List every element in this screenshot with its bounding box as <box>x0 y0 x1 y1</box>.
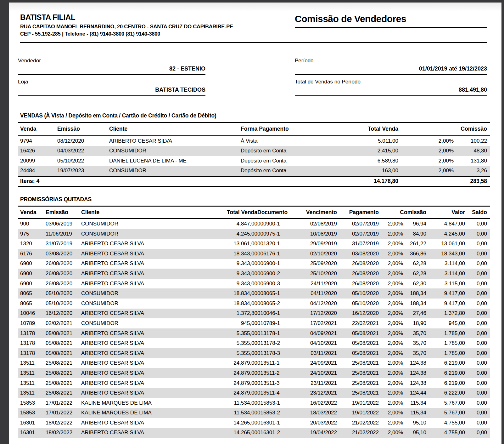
cell-pagamento: 05/08/2021 <box>337 340 379 346</box>
cell-emissao: 08/12/2020 <box>57 138 109 144</box>
cell-total-venda: 11.534,00 <box>165 410 257 416</box>
vendas-table-row: 24484 19/07/2023 CONSUMIDOR Depósito em … <box>18 166 490 176</box>
vendas-col-comissao: Comissão <box>398 126 487 132</box>
promissorias-table-row: 13178 05/08/2021 ARIBERTO CESAR SILVA 5.… <box>18 328 490 339</box>
cell-vencimento: 20/03/2022 <box>295 420 337 426</box>
cell-vencimento: 24/09/2021 <box>295 360 337 366</box>
cell-total-venda: 24.879,00 <box>165 390 257 396</box>
promissorias-table-row: 900 03/06/2019 CONSUMIDOR 4.847,00 00090… <box>18 219 490 229</box>
cell-total-venda: 1.372,80 <box>165 310 257 316</box>
field-vendedor-value: 82 - ESTENIO <box>18 65 205 75</box>
cell-documento: 013511-2 <box>257 370 295 376</box>
cell-venda: 15853 <box>20 400 46 406</box>
cell-total-venda: 4.847,00 <box>165 221 257 227</box>
cell-valor: 4.755,00 <box>426 430 465 436</box>
cell-valor: 6.219,00 <box>426 380 465 386</box>
prom-col-documento: Documento <box>257 209 295 216</box>
promissorias-table-row: 16301 18/02/2022 ARIBERTO CESAR SILVA 14… <box>18 428 490 438</box>
company-address-line1: RUA CAPITAO MANOEL BERNARDINO, 20 CENTRO… <box>20 23 233 30</box>
cell-emissao: 26/08/2020 <box>46 281 81 287</box>
cell-pagamento: 05/10/2020 <box>337 300 379 307</box>
promissorias-section-title: PROMISSÓRIAS QUITADAS <box>20 196 487 203</box>
cell-vencimento: 25/10/2020 <box>295 270 337 277</box>
cell-pagamento: 31/07/2019 <box>337 241 379 247</box>
cell-cliente: CONSUMIDOR <box>81 320 165 327</box>
cell-saldo: 0,00 <box>465 390 487 396</box>
cell-saldo: 0,00 <box>465 330 487 337</box>
cell-documento: 013511-1 <box>257 360 295 366</box>
cell-emissao: 18/02/2022 <box>46 420 81 426</box>
cell-venda: 20099 <box>20 158 57 164</box>
cell-total-venda: 24.879,00 <box>165 380 257 386</box>
cell-pagamento: 19/01/2022 <box>337 400 379 406</box>
cell-emissao: 05/08/2021 <box>46 330 81 337</box>
cell-valor: 3.114,00 <box>426 270 465 277</box>
cell-cliente: ARIBERTO CESAR SILVA <box>81 360 165 366</box>
promissorias-table-row: 13511 25/08/2021 ARIBERTO CESAR SILVA 24… <box>18 388 490 398</box>
cell-cliente: CONSUMIDOR <box>81 300 165 307</box>
cell-valor: 4.755,00 <box>426 420 465 426</box>
promissorias-table-row: 6900 26/08/2020 ARIBERTO CESAR SILVA 9.3… <box>18 259 490 269</box>
cell-comissao-valor: 131,80 <box>454 158 487 164</box>
cell-emissao: 25/08/2021 <box>46 360 81 366</box>
cell-pagamento: 22/02/2021 <box>337 320 379 327</box>
cell-cliente: ARIBERTO CESAR SILVA <box>81 430 165 436</box>
cell-saldo: 0,00 <box>465 370 487 376</box>
cell-saldo: 0,00 <box>465 420 487 426</box>
report-page: BATISTA FILIAL RUA CAPITAO MANOEL BERNAR… <box>9 3 501 444</box>
cell-cliente: DANIEL LUCENA DE LIMA - ME <box>109 158 241 164</box>
cell-comissao-pct: 2,00% <box>379 390 403 396</box>
cell-cliente: ARIBERTO CESAR SILVA <box>81 370 165 376</box>
promissorias-table-row: 975 11/06/2019 CONSUMIDOR 4.245,00 00097… <box>18 229 490 239</box>
cell-comissao-pct: 2,00% <box>398 148 454 154</box>
cell-emissao: 26/08/2020 <box>46 270 81 277</box>
cell-comissao-pct: 2,00% <box>379 231 403 237</box>
field-loja-label: Loja <box>18 79 205 85</box>
cell-comissao-valor: 62,28 <box>403 260 426 267</box>
cell-emissao: 31/07/2019 <box>46 241 81 247</box>
cell-saldo: 0,00 <box>465 260 487 267</box>
cell-valor: 1.785,00 <box>426 340 465 346</box>
cell-valor: 9.417,00 <box>426 290 465 297</box>
cell-saldo: 0,00 <box>465 221 487 227</box>
cell-valor: 6.219,00 <box>426 370 465 376</box>
prom-col-valor: Valor <box>426 209 465 216</box>
cell-total-venda: 18.834,00 <box>165 300 257 307</box>
cell-vencimento: 18/03/2022 <box>295 410 337 416</box>
cell-saldo: 0,00 <box>465 410 487 416</box>
cell-emissao: 18/02/2022 <box>46 430 81 436</box>
cell-comissao-valor: 115,34 <box>403 400 426 406</box>
vendas-col-emissao: Emissão <box>57 126 109 132</box>
cell-comissao-valor: 95,10 <box>403 430 426 436</box>
cell-cliente: ARIBERTO CESAR SILVA <box>81 390 165 396</box>
field-periodo-value: 01/01/2019 até 19/12/2023 <box>295 65 487 75</box>
cell-emissao: 17/01/2022 <box>46 400 81 406</box>
cell-vencimento: 25/09/2020 <box>295 260 337 267</box>
cell-vencimento: 16/02/2022 <box>295 400 337 406</box>
cell-valor: 3.114,00 <box>426 260 465 267</box>
cell-comissao-pct: 2,00% <box>379 420 403 426</box>
field-vendedor: Vendedor 82 - ESTENIO <box>18 58 205 75</box>
cell-total-venda: 18.834,00 <box>165 290 257 297</box>
promissorias-table-row: 13511 25/08/2021 ARIBERTO CESAR SILVA 24… <box>18 378 490 388</box>
cell-total-venda: 11.534,00 <box>165 400 257 406</box>
cell-saldo: 0,00 <box>465 241 487 247</box>
cell-comissao-pct: 2,00% <box>379 221 403 227</box>
cell-cliente: CONSUMIDOR <box>81 290 165 297</box>
promissorias-table-row: 13511 25/08/2021 ARIBERTO CESAR SILVA 24… <box>18 368 490 378</box>
field-loja: Loja BATISTA TECIDOS <box>18 79 205 96</box>
cell-total-venda: 14.265,00 <box>165 430 257 436</box>
company-name: BATISTA FILIAL <box>20 13 233 22</box>
promissorias-table-row: 6900 26/08/2020 ARIBERTO CESAR SILVA 9.3… <box>18 279 490 289</box>
cell-documento: 013178-2 <box>257 340 295 346</box>
cell-venda: 13178 <box>20 350 46 356</box>
promissorias-table: Venda Emissão Cliente Total Venda Docume… <box>18 206 490 438</box>
cell-emissao: 17/01/2022 <box>46 410 81 416</box>
cell-total-venda: 24.879,00 <box>165 360 257 366</box>
field-total-vendas-value: 881.491,80 <box>295 87 487 96</box>
cell-cliente: ARIBERTO CESAR SILVA <box>81 241 165 247</box>
cell-vencimento: 24/10/2021 <box>295 370 337 376</box>
cell-venda: 6900 <box>20 281 46 287</box>
field-periodo: Período 01/01/2019 até 19/12/2023 <box>295 58 487 75</box>
cell-venda: 10789 <box>20 320 46 327</box>
